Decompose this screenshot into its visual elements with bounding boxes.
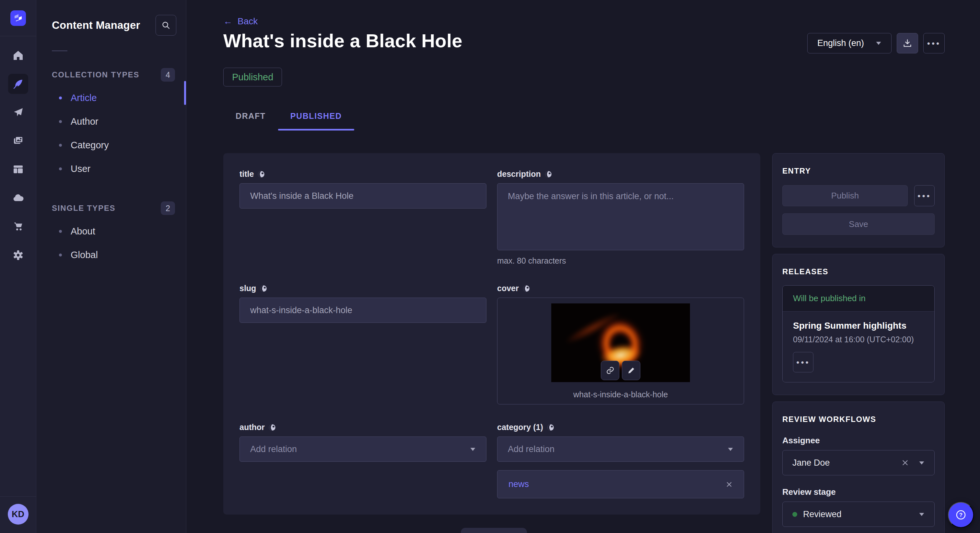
collection-types-list: Article Author Category User <box>36 86 186 181</box>
release-more-button[interactable]: ••• <box>793 352 813 373</box>
marketplace-cart-icon[interactable] <box>13 221 24 232</box>
save-button[interactable]: Save <box>782 213 935 235</box>
back-link[interactable]: ← Back <box>223 16 258 27</box>
chevron-down-icon[interactable] <box>919 461 924 465</box>
content-row: title description <box>223 153 945 533</box>
rail-footer: KD <box>0 497 36 533</box>
globe-localized-icon <box>260 285 267 292</box>
author-label: author <box>240 423 265 432</box>
stage-status-dot <box>792 512 797 517</box>
review-stage-label: Review stage <box>782 487 935 497</box>
chevron-down-icon <box>727 447 733 451</box>
title-input[interactable] <box>240 183 487 209</box>
globe-localized-icon <box>547 424 554 431</box>
chevron-down-icon <box>876 41 881 45</box>
logo-area <box>0 0 36 36</box>
slug-label-row: slug <box>240 284 487 293</box>
scroll-peek-button[interactable] <box>461 528 527 533</box>
assignee-select[interactable]: Jane Doe <box>782 450 935 475</box>
strapi-logo[interactable] <box>10 10 26 26</box>
author-relation-select[interactable]: Add relation <box>240 436 487 462</box>
publish-button[interactable]: Publish <box>782 185 908 206</box>
user-avatar[interactable]: KD <box>8 504 29 525</box>
svg-text:?: ? <box>959 512 963 518</box>
cover-label: cover <box>497 284 519 293</box>
releases-panel: RELEASES Will be published in Spring Sum… <box>772 254 945 395</box>
single-types-section: SINGLE TYPES 2 About Global <box>36 201 186 267</box>
sidebar-item-user[interactable]: User <box>36 157 186 181</box>
sidebar-item-label: Category <box>71 140 109 151</box>
entry-buttons: Publish ••• <box>782 185 935 206</box>
media-library-icon[interactable] <box>13 135 24 146</box>
content-manager-icon[interactable] <box>8 74 28 94</box>
field-category: category (1) Add relation news <box>497 423 744 498</box>
relation-news-link[interactable]: news <box>509 479 529 489</box>
header-more-button[interactable]: ••• <box>923 33 945 54</box>
tab-draft[interactable]: DRAFT <box>223 107 278 130</box>
description-textarea[interactable] <box>497 183 744 250</box>
search-button[interactable] <box>156 15 176 36</box>
remove-relation-icon[interactable] <box>725 481 733 488</box>
settings-gear-icon[interactable] <box>12 249 24 261</box>
tab-published[interactable]: PUBLISHED <box>278 107 354 130</box>
send-plane-icon[interactable] <box>13 107 24 118</box>
review-workflows-heading: REVIEW WORKFLOWS <box>782 415 935 424</box>
sidebar-scrollbar-thumb[interactable] <box>184 81 186 105</box>
ellipsis-icon: ••• <box>927 39 941 48</box>
bullet-icon <box>59 97 62 99</box>
release-date: 09/11/2024 at 16:00 (UTC+02:00) <box>793 335 924 344</box>
collection-types-label: COLLECTION TYPES <box>52 70 139 79</box>
export-download-button[interactable] <box>897 33 918 54</box>
review-workflows-panel: REVIEW WORKFLOWS Assignee Jane Doe Revie… <box>772 401 945 533</box>
sidebar-item-category[interactable]: Category <box>36 133 186 157</box>
field-description: description max. 80 characters <box>497 169 744 265</box>
title-label: title <box>240 169 254 179</box>
bullet-icon <box>59 254 62 257</box>
assignee-label: Assignee <box>782 436 935 446</box>
review-stage-select[interactable]: Reviewed <box>782 501 935 527</box>
slug-input[interactable] <box>240 298 487 323</box>
globe-localized-icon <box>269 424 276 431</box>
single-types-label: SINGLE TYPES <box>52 204 115 213</box>
single-types-list: About Global <box>36 219 186 267</box>
single-types-head: SINGLE TYPES 2 <box>36 201 186 215</box>
field-title: title <box>240 169 487 209</box>
category-label-row: category (1) <box>497 423 744 432</box>
cover-actions <box>601 361 640 380</box>
sidebar-item-author[interactable]: Author <box>36 110 186 133</box>
entry-heading: ENTRY <box>782 167 935 176</box>
chevron-down-icon[interactable] <box>919 512 924 517</box>
locale-select[interactable]: English (en) <box>807 33 891 54</box>
copy-link-button[interactable] <box>601 361 619 380</box>
category-relation-select[interactable]: Add relation <box>497 436 744 462</box>
stage-value: Reviewed <box>803 509 919 519</box>
cover-label-row: cover <box>497 284 744 293</box>
description-helper: max. 80 characters <box>497 256 744 265</box>
edit-media-button[interactable] <box>622 361 640 380</box>
strapi-logo-icon <box>12 12 25 25</box>
back-label: Back <box>237 16 258 27</box>
home-icon[interactable] <box>13 50 24 61</box>
sidebar-item-label: User <box>71 163 91 174</box>
main-content: ← Back What's inside a Black Hole Englis… <box>186 0 980 533</box>
category-label: category (1) <box>497 423 543 432</box>
entry-more-button[interactable]: ••• <box>914 185 935 206</box>
help-button[interactable]: ? <box>948 502 974 528</box>
entry-panel: ENTRY Publish ••• Save <box>772 153 945 247</box>
sidebar-item-article[interactable]: Article <box>36 86 186 110</box>
ellipsis-icon: ••• <box>796 358 810 366</box>
entry-form-panel: title description <box>223 153 760 514</box>
globe-localized-icon <box>545 171 552 178</box>
ellipsis-icon: ••• <box>918 192 931 200</box>
description-label-row: description <box>497 169 744 179</box>
bullet-icon <box>59 167 62 170</box>
clear-assignee-icon[interactable] <box>901 459 909 466</box>
link-icon <box>606 366 614 374</box>
author-label-row: author <box>240 423 487 432</box>
sidebar-item-about[interactable]: About <box>36 219 186 243</box>
cloud-icon[interactable] <box>12 192 24 203</box>
cover-filename: what-s-inside-a-black-hole <box>498 390 744 399</box>
sidebar-item-global[interactable]: Global <box>36 243 186 267</box>
content-type-builder-icon[interactable] <box>13 164 24 175</box>
sidebar-item-label: Author <box>71 116 98 127</box>
